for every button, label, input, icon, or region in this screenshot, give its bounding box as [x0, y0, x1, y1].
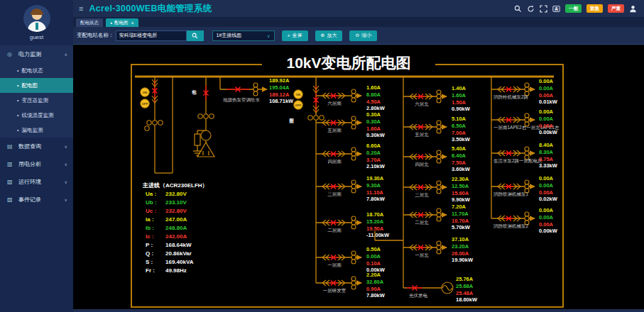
button-icon: ⊖	[355, 33, 359, 38]
diagram-text: 169.40kVA	[165, 259, 194, 265]
diagram-rect	[195, 134, 200, 145]
station-name-label: 变配电站名称：	[77, 32, 114, 39]
diagram-text: 一层研发室	[323, 288, 346, 293]
diagram-circle	[525, 83, 529, 87]
fullscreen-icon[interactable]	[540, 5, 547, 13]
sidebar-item-电力监测[interactable]: ◎电力监测∧	[0, 45, 73, 63]
chevron-icon: ∧	[65, 52, 67, 57]
button-label: 放大	[327, 32, 337, 39]
tab-配电图[interactable]: ●配电图×	[106, 18, 138, 27]
diagram-text: 18.70A	[366, 211, 384, 218]
sidebar-subitem-label: 线缆温度监测	[21, 112, 53, 119]
diagram-text: 0.90A	[366, 286, 381, 292]
chevron-icon: ∨	[65, 179, 67, 184]
diagram-text: 10.70A	[452, 218, 469, 224]
diagram-polygon	[442, 154, 447, 160]
close-icon[interactable]: ×	[131, 21, 134, 26]
diagram-select[interactable]: 1#主接线图 ∨	[212, 30, 275, 41]
diagram-text: 0.00A	[539, 85, 554, 91]
sidebar-subitem-漏电监测[interactable]: •漏电监测	[0, 123, 73, 138]
diagram-circle	[351, 147, 356, 152]
全屏-button[interactable]: +全屏	[282, 30, 308, 41]
diagram-circle	[201, 130, 211, 140]
diagram-text: 25.76A	[456, 276, 474, 282]
diagram-polygon	[442, 94, 447, 99]
diagram-text: 0.50A	[366, 246, 381, 252]
diagram-text: 20.86kVar	[165, 250, 192, 257]
diagram-text: OFF	[295, 104, 302, 107]
top-bar: ≡ Acrel-3000WEB电能管理系统 A 一般紧急严重	[73, 0, 644, 17]
station-input[interactable]	[116, 30, 187, 41]
diagram-text: 26.00A	[452, 250, 469, 257]
button-label: 全屏	[293, 32, 302, 39]
menu-group: ▨事件记录∨	[0, 191, 73, 208]
toolbar: 变配电站名称： 1#主接线图 ∨ +全屏⊕放大⊖缩小	[73, 27, 644, 45]
diagram-text: 0.02kW	[539, 196, 558, 202]
tab-配电状态[interactable]: 配电状态	[76, 18, 103, 27]
diagram-text: 0.00A	[539, 175, 554, 182]
diagram-text: Uc :	[146, 208, 156, 214]
diagram-text: P :	[146, 242, 153, 248]
sidebar-item-label: 事件记录	[18, 196, 65, 204]
svg-text:A: A	[555, 6, 558, 11]
sidebar-subitem-label: 变压器监测	[21, 97, 48, 104]
sidebar-item-label: 运行环境	[18, 178, 65, 186]
menu-group: ▥用电分析∨	[0, 155, 73, 173]
diagram-circle	[437, 121, 441, 125]
diagram-text: 光伏发电	[409, 293, 428, 299]
放大-button[interactable]: ⊕放大	[315, 30, 343, 41]
sidebar-subitem-线缆温度监测[interactable]: •线缆温度监测	[0, 108, 73, 123]
sidebar: guest ◎电力监测∧•配电状态•配电图•变压器监测•线缆温度监测•漏电监测▤…	[0, 0, 73, 312]
diagram-polygon	[356, 120, 362, 126]
alarm-badge-3[interactable]: 严重	[608, 4, 624, 13]
diagram-text: 1.60A	[366, 84, 381, 91]
diagram-text: 0.30A	[366, 111, 381, 118]
sidebar-item-运行环境[interactable]: ▧运行环境∨	[0, 173, 73, 191]
diagram-text: Q :	[146, 250, 153, 257]
diagram-text: 0.00A	[539, 221, 554, 228]
sidebar-item-数据查询[interactable]: ▤数据查询∨	[0, 138, 73, 155]
diagram-text: 0.00A	[539, 214, 554, 221]
diagram-text: 三层北	[415, 192, 429, 198]
diagram-text: 消防栓机械泵2路	[493, 94, 529, 100]
sidebar-subitem-配电图[interactable]: •配电图	[0, 78, 73, 93]
diagram-text: 地源热泵空调给水	[223, 97, 261, 103]
diagram-circle	[525, 113, 529, 118]
menu-group: ◎电力监测∧•配电状态•配电图•变压器监测•线缆温度监测•漏电监测	[0, 45, 73, 138]
sidebar-subitem-变压器监测[interactable]: •变压器监测	[0, 93, 73, 108]
diagram-text: ON	[296, 93, 300, 96]
app-title: Acrel-3000WEB电能管理系统	[89, 3, 212, 15]
diagram-circle	[351, 255, 356, 260]
diagram-text: 0.00A	[539, 108, 554, 115]
diagram-text: ON	[143, 91, 147, 94]
search-icon[interactable]	[514, 5, 522, 13]
diagram-text: 消防喷淋机械泵1	[493, 191, 529, 197]
diagram-text: 五层北	[415, 132, 429, 138]
hamburger-icon[interactable]: ≡	[79, 4, 83, 13]
diagram-circle	[158, 121, 163, 125]
refresh-icon[interactable]	[527, 5, 535, 13]
alarm-badge-1[interactable]: 一般	[565, 4, 582, 13]
user-icon[interactable]	[629, 5, 637, 13]
language-icon[interactable]: A	[552, 5, 560, 13]
diagram-text: 1.60A	[452, 92, 466, 99]
diagram-circle	[437, 181, 441, 185]
diagram-text: 新增分立柜	[289, 118, 295, 123]
diagram-text: 8.40A	[539, 142, 554, 148]
sidebar-subitem-配电状态[interactable]: •配电状态	[0, 63, 73, 78]
single-line-diagram-canvas[interactable]: ONOFF电容柜地源热泵空调给水189.92A195.04A189.12A108…	[73, 45, 644, 309]
sidebar-item-用电分析[interactable]: ▥用电分析∨	[0, 155, 73, 173]
缩小-button[interactable]: ⊖缩小	[349, 30, 377, 41]
data-query-icon: ▤	[7, 143, 17, 150]
diagram-text: 4.50A	[366, 99, 381, 105]
station-search-group	[116, 30, 204, 41]
diagram-circle	[351, 152, 356, 156]
diagram-text: 三层南	[327, 191, 342, 196]
avatar-tie	[36, 23, 38, 30]
diagram-text: 3.33kW	[539, 162, 558, 169]
diagram-text: 0.00kW	[539, 228, 558, 234]
search-button[interactable]	[187, 30, 204, 41]
alarm-badge-2[interactable]: 紧急	[586, 4, 603, 13]
diagram-text: 0.30kW	[366, 132, 386, 138]
sidebar-item-事件记录[interactable]: ▨事件记录∨	[0, 191, 73, 208]
